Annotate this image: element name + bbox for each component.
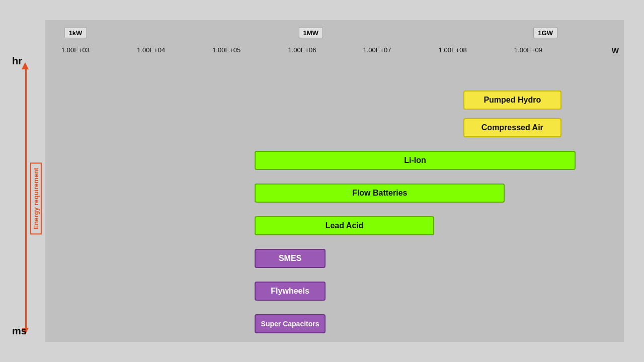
power-label-1gw: 1GW bbox=[533, 28, 557, 38]
li-ion-bar: Li-Ion bbox=[255, 151, 575, 170]
x-tick-1e4: 1.00E+04 bbox=[137, 46, 165, 54]
x-tick-1e6: 1.00E+06 bbox=[288, 46, 316, 54]
x-tick-1e8: 1.00E+08 bbox=[439, 46, 467, 54]
x-tick-1e3: 1.00E+03 bbox=[61, 46, 90, 54]
flywheels-bar: Flywheels bbox=[255, 282, 325, 301]
pumped-hydro-bar: Pumped Hydro bbox=[463, 90, 561, 110]
y-axis-energy-label: Energy requirement bbox=[30, 163, 42, 235]
power-label-1kw: 1kW bbox=[64, 28, 87, 38]
lead-acid-bar: Lead Acid bbox=[255, 216, 434, 235]
x-tick-1e7: 1.00E+07 bbox=[363, 46, 391, 54]
x-tick-1e5: 1.00E+05 bbox=[212, 46, 240, 54]
power-label-1mw: 1MW bbox=[298, 28, 323, 38]
x-axis-w-label: W bbox=[612, 46, 619, 55]
y-label-ms: ms bbox=[12, 325, 27, 337]
y-label-hr: hr bbox=[12, 55, 22, 67]
smes-bar: SMES bbox=[255, 249, 325, 268]
y-arrow-top-icon bbox=[22, 62, 29, 69]
flow-batteries-bar: Flow Batteries bbox=[255, 184, 505, 203]
x-tick-1e9: 1.00E+09 bbox=[514, 46, 542, 54]
super-capacitors-bar: Super Capacitors bbox=[255, 314, 325, 333]
compressed-air-bar: Compressed Air bbox=[463, 118, 561, 137]
